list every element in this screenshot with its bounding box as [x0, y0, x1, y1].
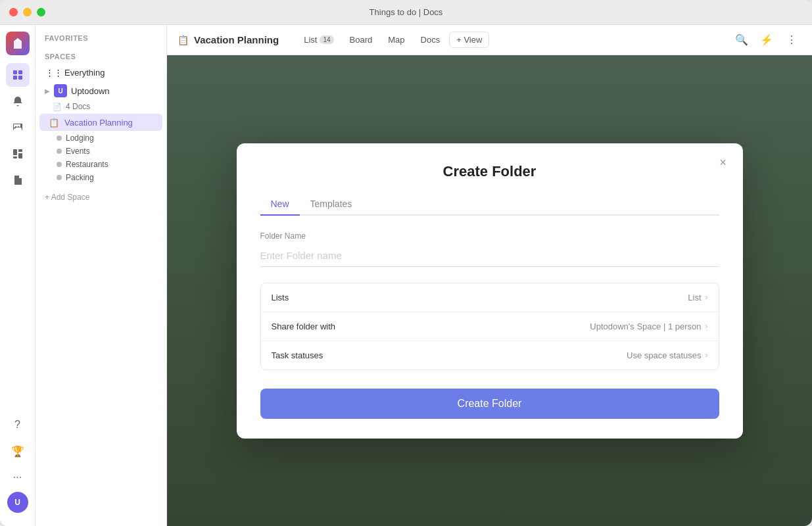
restaurants-label: Restaurants	[66, 160, 108, 169]
space-name: Uptodown	[71, 86, 110, 96]
add-space-button[interactable]: + Add Space	[36, 189, 166, 205]
sidebar-sub-packing[interactable]: Packing	[36, 171, 166, 184]
help-icon-button[interactable]: ?	[6, 413, 30, 437]
svg-rect-4	[13, 149, 17, 155]
everything-icon: ⋮⋮	[49, 67, 59, 78]
close-icon: ×	[719, 156, 727, 170]
window-controls	[9, 8, 45, 16]
modal-overlay[interactable]: × Create Folder New Templates	[167, 55, 812, 526]
more-icon-button[interactable]: ···	[6, 466, 30, 489]
list-nav-label: List	[304, 35, 317, 45]
tab-templates[interactable]: Templates	[300, 193, 363, 216]
folder-name-label: Folder Name	[260, 231, 719, 241]
share-option-value: Uptodown's Space | 1 person ›	[590, 322, 707, 331]
svg-rect-1	[18, 70, 22, 74]
inbox-icon-button[interactable]	[6, 116, 30, 139]
main-window: Things to do | Docs	[0, 0, 812, 526]
tasks-icon-button[interactable]	[6, 63, 30, 87]
more-options-button[interactable]: ⋮	[782, 30, 801, 50]
lists-option-value: List ›	[688, 293, 707, 302]
sidebar-sub-lodging[interactable]: Lodging	[36, 132, 166, 145]
sidebar-space-uptodown[interactable]: ▶ U Uptodown	[36, 82, 166, 100]
icon-bar-top	[6, 32, 30, 413]
create-folder-modal: × Create Folder New Templates	[237, 143, 743, 439]
share-chevron-icon: ›	[705, 322, 708, 331]
modal-title: Create Folder	[260, 163, 719, 180]
events-label: Events	[66, 147, 90, 156]
topbar-nav: List 14 Board Map Docs + View	[297, 32, 489, 48]
share-option-label: Share folder with	[272, 322, 336, 331]
lodging-label: Lodging	[66, 133, 94, 143]
icon-bar: ? 🏆 ··· U	[0, 25, 36, 526]
lists-option-label: Lists	[272, 293, 289, 302]
tab-new[interactable]: New	[260, 193, 300, 216]
modal-tabs: New Templates	[260, 193, 719, 216]
docs-label: 4 Docs	[66, 102, 90, 111]
svg-rect-5	[18, 149, 22, 152]
svg-rect-3	[18, 76, 22, 80]
vacation-icon: 📋	[49, 117, 59, 128]
task-statuses-option-value: Use space statuses ›	[627, 350, 707, 360]
app-logo	[6, 32, 30, 55]
svg-rect-6	[18, 153, 22, 158]
sidebar-item-vacation[interactable]: 📋 Vacation Planning	[39, 114, 162, 131]
spaces-label: Spaces	[36, 50, 166, 63]
nav-item-docs[interactable]: Docs	[414, 32, 447, 47]
titlebar: Things to do | Docs	[0, 0, 812, 25]
svg-rect-2	[13, 76, 17, 80]
lightning-icon-button[interactable]: ⚡	[757, 30, 776, 50]
content-area: × Create Folder New Templates	[167, 55, 812, 526]
sidebar-sub-restaurants[interactable]: Restaurants	[36, 158, 166, 171]
user-avatar[interactable]: U	[7, 492, 28, 513]
search-icon-button[interactable]: 🔍	[732, 30, 752, 50]
docs-nav-label: Docs	[421, 35, 441, 45]
sub-dot-events	[57, 149, 62, 154]
modal-close-button[interactable]: ×	[714, 154, 732, 172]
svg-rect-7	[13, 156, 17, 158]
nav-item-list[interactable]: List 14	[297, 32, 340, 47]
docs-icon-button[interactable]	[6, 168, 30, 192]
sidebar-item-docs[interactable]: 📄 4 Docs	[36, 100, 166, 113]
lists-chevron-icon: ›	[705, 293, 708, 302]
sub-dot-lodging	[57, 135, 62, 141]
space-avatar: U	[54, 84, 67, 97]
board-nav-label: Board	[350, 35, 373, 45]
task-statuses-option-label: Task statuses	[272, 350, 323, 360]
option-share[interactable]: Share folder with Uptodown's Space | 1 p…	[261, 312, 719, 341]
create-folder-button[interactable]: Create Folder	[260, 389, 719, 419]
sub-dot-restaurants	[57, 162, 62, 167]
app-body: ? 🏆 ··· U Favorites Spaces ⋮⋮ Everything…	[0, 25, 812, 526]
topbar-title: 📋 Vacation Planning	[178, 34, 279, 45]
window-title: Things to do | Docs	[370, 7, 443, 17]
nav-item-map[interactable]: Map	[381, 32, 411, 47]
add-space-label: + Add Space	[45, 193, 89, 202]
sidebar-sub-events[interactable]: Events	[36, 145, 166, 158]
sidebar-item-everything[interactable]: ⋮⋮ Everything	[39, 64, 162, 81]
sidebar: Favorites Spaces ⋮⋮ Everything ▶ U Uptod…	[36, 25, 167, 526]
dashboard-icon-button[interactable]	[6, 142, 30, 166]
packing-label: Packing	[66, 173, 94, 182]
rewards-icon-button[interactable]: 🏆	[6, 439, 30, 463]
options-list: Lists List › Share folder with Uptodown'…	[260, 283, 719, 370]
favorites-label: Favorites	[36, 32, 166, 45]
svg-rect-0	[13, 70, 17, 74]
sub-dot-packing	[57, 175, 62, 180]
add-view-button[interactable]: + View	[449, 32, 489, 48]
add-view-label: + View	[456, 35, 482, 45]
close-window-button[interactable]	[9, 8, 18, 16]
vacation-label: Vacation Planning	[64, 118, 153, 128]
everything-label: Everything	[64, 68, 153, 78]
main-content: 📋 Vacation Planning List 14 Board Map	[167, 25, 812, 526]
option-task-statuses[interactable]: Task statuses Use space statuses ›	[261, 341, 719, 370]
option-lists[interactable]: Lists List ›	[261, 283, 719, 312]
topbar-title-icon: 📋	[178, 35, 189, 45]
fullscreen-window-button[interactable]	[37, 8, 45, 16]
folder-name-input[interactable]	[260, 245, 719, 267]
map-nav-label: Map	[388, 35, 404, 45]
list-badge: 14	[320, 36, 333, 44]
task-statuses-chevron-icon: ›	[705, 350, 708, 360]
icon-bar-bottom: ? 🏆 ··· U	[6, 413, 30, 519]
notifications-icon-button[interactable]	[6, 89, 30, 113]
nav-item-board[interactable]: Board	[343, 32, 379, 47]
minimize-window-button[interactable]	[23, 8, 32, 16]
